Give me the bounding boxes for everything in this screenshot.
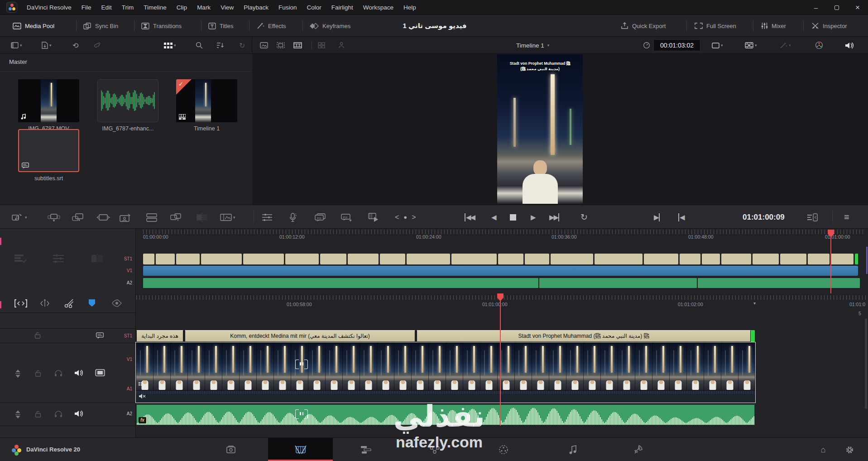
split-grid-icon[interactable] bbox=[318, 37, 325, 54]
inspector-button[interactable]: Inspector bbox=[811, 15, 847, 37]
menu-item-mark[interactable]: Mark bbox=[192, 0, 216, 15]
v1-lock-icon[interactable] bbox=[35, 370, 41, 377]
clip-subtitles-srt[interactable]: subtitles.srt bbox=[18, 129, 79, 182]
effects-button[interactable]: Effects bbox=[256, 15, 286, 37]
v1-film-icon[interactable] bbox=[95, 369, 105, 376]
transitions-button[interactable]: Transitions bbox=[141, 15, 182, 37]
viewer-image-icon[interactable] bbox=[260, 37, 268, 54]
snapping-icon[interactable] bbox=[89, 299, 95, 307]
close-button[interactable]: × bbox=[847, 0, 868, 15]
mixer-button[interactable]: Mixer bbox=[761, 15, 786, 37]
quick-export-button[interactable]: Quick Export bbox=[621, 15, 666, 37]
page-tab-fusion[interactable] bbox=[408, 438, 462, 461]
stabilize-tool-button[interactable]: ▾ bbox=[745, 37, 757, 54]
vertical-scrollbar[interactable] bbox=[865, 318, 867, 409]
subtitle-track-overview[interactable] bbox=[143, 254, 858, 264]
go-to-start-button[interactable]: ◀◀ bbox=[465, 205, 475, 229]
track-label-st1[interactable]: ST1 bbox=[114, 256, 132, 261]
overwrite-clip-button[interactable] bbox=[72, 205, 84, 229]
fx-badge[interactable]: fx bbox=[139, 417, 146, 423]
overview-ruler[interactable] bbox=[143, 230, 865, 234]
append-at-end-button[interactable] bbox=[146, 205, 158, 229]
track-label-a1[interactable]: A1 bbox=[114, 386, 132, 391]
insert-clip-button[interactable] bbox=[47, 205, 61, 229]
razor-icon[interactable] bbox=[64, 299, 74, 308]
subtitle-block[interactable] bbox=[451, 254, 497, 264]
person-icon[interactable] bbox=[339, 37, 344, 54]
subtitle-clip-1[interactable]: هذه مجرد البداية bbox=[136, 330, 183, 342]
timeline-selector[interactable]: Timeline 1▾ bbox=[516, 37, 549, 54]
trim-mode-icon[interactable] bbox=[14, 299, 27, 307]
subtitle-block[interactable] bbox=[680, 254, 700, 264]
refresh-icon[interactable]: ↻ bbox=[239, 37, 245, 54]
transform-tool-button[interactable]: ▾ bbox=[712, 37, 723, 54]
timeline-options-icon[interactable] bbox=[807, 205, 819, 229]
v1-mute-icon[interactable] bbox=[74, 369, 83, 377]
sync-clips-icon[interactable]: ⟲ bbox=[72, 37, 78, 54]
page-tab-cut[interactable] bbox=[268, 438, 333, 461]
video-clip-v1[interactable] bbox=[136, 343, 755, 390]
import-media-button[interactable]: ▾ bbox=[42, 37, 52, 54]
timeline-timecode[interactable]: 01:01:00:09 bbox=[743, 205, 785, 229]
a2-lock-icon[interactable] bbox=[35, 411, 41, 418]
subtitle-clip-3[interactable]: Stadt von Prophet Muhammad ﷺ (مدينة النب… bbox=[417, 330, 751, 342]
track-label-a2[interactable]: A2 bbox=[114, 411, 132, 416]
page-tab-color[interactable] bbox=[476, 438, 531, 461]
track-label-a2[interactable]: A2 bbox=[114, 280, 132, 285]
page-tab-media[interactable] bbox=[204, 438, 258, 461]
detail-playhead[interactable] bbox=[500, 293, 501, 426]
track-label-st1[interactable]: ST1 bbox=[114, 333, 132, 338]
keyframes-button[interactable]: Keyframes bbox=[310, 15, 350, 37]
settings-gear-icon[interactable] bbox=[836, 438, 863, 461]
menu-item-clip[interactable]: Clip bbox=[172, 0, 192, 15]
track-adjust-icon[interactable] bbox=[52, 254, 66, 264]
menu-item-workspace[interactable]: Workspace bbox=[358, 0, 398, 15]
subtitle-block[interactable] bbox=[831, 254, 854, 264]
media-pool-button[interactable]: Media Pool bbox=[13, 15, 54, 37]
subtitle-block[interactable] bbox=[201, 254, 242, 264]
place-on-top-button[interactable] bbox=[119, 205, 131, 229]
v1-position-badge[interactable] bbox=[295, 360, 308, 368]
menu-item-playback[interactable]: Playback bbox=[239, 0, 273, 15]
full-screen-button[interactable]: Full Screen bbox=[695, 15, 736, 37]
safe-area-icon[interactable] bbox=[277, 37, 285, 54]
subtitle-block[interactable] bbox=[753, 254, 779, 264]
menu-item-timeline[interactable]: Timeline bbox=[139, 0, 172, 15]
subtitle-block[interactable] bbox=[407, 254, 450, 264]
subtitle-block[interactable] bbox=[176, 254, 200, 264]
page-tab-deliver[interactable] bbox=[611, 438, 666, 461]
menu-item-edit[interactable]: Edit bbox=[96, 0, 117, 15]
menu-item-fusion[interactable]: Fusion bbox=[273, 0, 302, 15]
audio-clip-a1[interactable] bbox=[136, 390, 755, 402]
st1-subtitle-icon[interactable] bbox=[96, 332, 104, 339]
subtitle-block[interactable] bbox=[380, 254, 405, 264]
magic-tool-button[interactable]: ▾ bbox=[780, 37, 791, 54]
subtitle-block[interactable] bbox=[243, 254, 284, 264]
titles-button[interactable]: Titles bbox=[208, 15, 234, 37]
color-wheel-icon[interactable] bbox=[815, 37, 823, 54]
clip-timeline-1[interactable]: ✓ Timeline 1 bbox=[176, 79, 237, 132]
marker-bubble-icon[interactable]: POI bbox=[314, 205, 326, 229]
stop-button[interactable] bbox=[510, 205, 516, 229]
track-list-icon[interactable] bbox=[14, 254, 27, 264]
menu-item-davinci-resolve[interactable]: DaVinci Resolve bbox=[22, 0, 77, 15]
v1-solo-icon[interactable] bbox=[54, 370, 62, 377]
play-to-end-icon[interactable]: ▶ bbox=[654, 205, 660, 229]
subtitle-clip-2[interactable]: Komm, entdeckt Medina mit mir (تعالوا نك… bbox=[185, 330, 415, 342]
preview-clip-icon[interactable] bbox=[368, 205, 380, 229]
subtitle-block[interactable] bbox=[285, 254, 319, 264]
panel-layout-button[interactable]: ▾ bbox=[11, 37, 22, 54]
audio-segment[interactable] bbox=[698, 278, 860, 288]
a2-solo-icon[interactable] bbox=[54, 410, 62, 418]
flag-view-icon[interactable] bbox=[111, 299, 122, 307]
track-label-v1[interactable]: V1 bbox=[114, 357, 132, 362]
split-clip-button[interactable] bbox=[196, 205, 208, 229]
play-from-start-icon[interactable]: ◀ bbox=[678, 205, 684, 229]
menu-item-view[interactable]: View bbox=[216, 0, 239, 15]
menu-item-trim[interactable]: Trim bbox=[117, 0, 139, 15]
subtitle-block[interactable] bbox=[808, 254, 830, 264]
subtitle-block[interactable] bbox=[702, 254, 720, 264]
subtitle-block[interactable] bbox=[525, 254, 549, 264]
subtitle-block[interactable] bbox=[721, 254, 751, 264]
timeline-menu-icon[interactable]: ≡ bbox=[844, 205, 849, 229]
